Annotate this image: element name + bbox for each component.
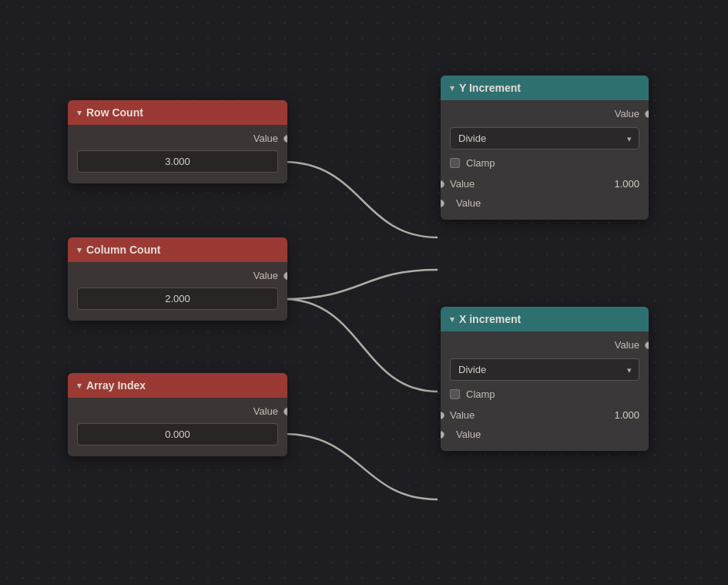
x-increment-select-wrapper: Divide Multiply Add Subtract ▾ — [450, 358, 639, 381]
y-increment-value2-num: 1.000 — [614, 178, 639, 190]
y-increment-clamp-checkbox[interactable] — [450, 158, 460, 168]
y-increment-body: Value Divide Multiply Add Subtract ▾ Cla… — [441, 100, 649, 220]
x-increment-body: Value Divide Multiply Add Subtract ▾ Cla… — [441, 331, 649, 451]
x-increment-chevron[interactable]: ▾ — [450, 314, 455, 324]
x-increment-header: ▾ X increment — [441, 307, 649, 331]
array-index-header: ▾ Array Index — [68, 373, 287, 398]
array-index-node: ▾ Array Index Value 0.000 — [68, 373, 287, 456]
y-increment-value-out-label: Value — [615, 108, 639, 119]
column-count-body: Value 2.000 — [68, 262, 287, 321]
x-increment-value-out-row: Value — [450, 339, 639, 351]
row-count-input[interactable]: 3.000 — [77, 150, 278, 173]
array-index-output-socket[interactable] — [283, 408, 287, 415]
y-increment-output-socket[interactable] — [645, 110, 649, 118]
column-count-node: ▾ Column Count Value 2.000 — [68, 237, 287, 321]
row-count-output-socket[interactable] — [283, 135, 287, 143]
array-index-value-row: Value — [77, 405, 278, 417]
row-count-title: Row Count — [86, 106, 143, 119]
row-count-value-label: Value — [253, 133, 278, 144]
y-increment-value3-label: Value — [456, 197, 481, 209]
x-increment-value2-row: Value 1.000 — [450, 408, 639, 422]
y-increment-header: ▾ Y Increment — [441, 76, 649, 100]
x-increment-clamp-row: Clamp — [450, 388, 639, 400]
column-count-output-socket[interactable] — [283, 272, 287, 280]
x-increment-clamp-label: Clamp — [466, 388, 495, 400]
x-increment-value3-row: Value — [450, 429, 639, 440]
row-count-header: ▾ Row Count — [68, 100, 287, 125]
row-count-body: Value 3.000 — [68, 125, 287, 183]
y-increment-value-out-row: Value — [450, 108, 639, 119]
y-increment-input-socket1[interactable] — [441, 180, 445, 188]
y-increment-operation-select[interactable]: Divide Multiply Add Subtract — [450, 127, 639, 150]
x-increment-value3-label: Value — [456, 429, 481, 440]
column-count-value-row: Value — [77, 270, 278, 281]
y-increment-title: Y Increment — [459, 82, 521, 94]
column-count-input[interactable]: 2.000 — [77, 287, 278, 310]
array-index-chevron[interactable]: ▾ — [77, 381, 82, 391]
y-increment-clamp-label: Clamp — [466, 157, 495, 169]
column-count-title: Column Count — [86, 244, 160, 256]
y-increment-value2-row: Value 1.000 — [450, 177, 639, 191]
y-increment-value2-label: Value — [450, 178, 475, 190]
array-index-input[interactable]: 0.000 — [77, 423, 278, 445]
x-increment-output-socket[interactable] — [645, 341, 649, 349]
x-increment-operation-select[interactable]: Divide Multiply Add Subtract — [450, 358, 639, 381]
column-count-header: ▾ Column Count — [68, 237, 287, 262]
row-count-value-row: Value — [77, 133, 278, 144]
y-increment-node: ▾ Y Increment Value Divide Multiply Add … — [441, 76, 649, 220]
row-count-chevron[interactable]: ▾ — [77, 108, 82, 118]
x-increment-title: X increment — [459, 313, 521, 325]
x-increment-input-socket1[interactable] — [441, 412, 445, 419]
x-increment-operation-row: Divide Multiply Add Subtract ▾ — [450, 358, 639, 381]
y-increment-clamp-row: Clamp — [450, 157, 639, 169]
y-increment-value3-row: Value — [450, 197, 639, 209]
column-count-chevron[interactable]: ▾ — [77, 245, 82, 255]
x-increment-value2-num: 1.000 — [614, 409, 639, 421]
array-index-value-label: Value — [253, 405, 278, 417]
column-count-value-label: Value — [253, 270, 278, 281]
array-index-body: Value 0.000 — [68, 398, 287, 456]
y-increment-operation-row: Divide Multiply Add Subtract ▾ — [450, 127, 639, 150]
x-increment-value-out-label: Value — [615, 339, 639, 351]
x-increment-input-socket2[interactable] — [441, 431, 445, 439]
x-increment-value2-label: Value — [450, 409, 475, 421]
x-increment-clamp-checkbox[interactable] — [450, 389, 460, 399]
array-index-title: Array Index — [86, 379, 146, 392]
y-increment-chevron[interactable]: ▾ — [450, 83, 455, 93]
row-count-node: ▾ Row Count Value 3.000 — [68, 100, 287, 183]
y-increment-select-wrapper: Divide Multiply Add Subtract ▾ — [450, 127, 639, 150]
y-increment-input-socket2[interactable] — [441, 200, 445, 207]
x-increment-node: ▾ X increment Value Divide Multiply Add … — [441, 307, 649, 451]
